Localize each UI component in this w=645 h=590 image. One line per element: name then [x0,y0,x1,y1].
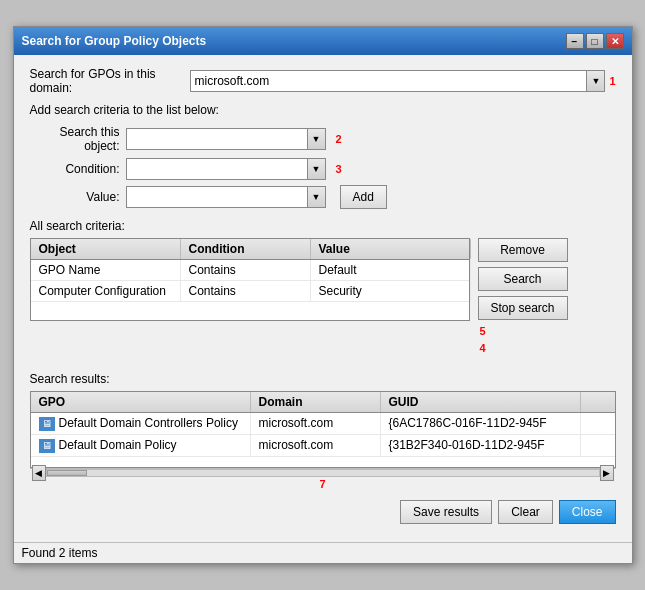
header-value: Value [311,239,471,259]
domain-label: Search for GPOs in this domain: [30,67,190,95]
scroll-left-button[interactable]: ◀ [32,465,46,481]
result-guid-1: {31B2F340-016D-11D2-945F [381,435,581,456]
close-button[interactable]: Close [559,500,616,524]
value-row: Value: ▼ Add [30,185,616,209]
search-results-section: Search results: GPO Domain GUID 🖥Default… [30,372,616,490]
results-empty-space [31,457,615,467]
result-gpo-0: 🖥Default Domain Controllers Policy [31,413,251,434]
gpo-icon-0: 🖥 [39,417,55,431]
dialog-content: Search for GPOs in this domain: microsof… [14,55,632,542]
search-object-label: Search this object: [30,125,120,153]
result-row[interactable]: 🖥Default Domain Policy microsoft.com {31… [31,435,615,457]
bottom-buttons: Save results Clear Close [30,500,616,524]
search-results-label: Search results: [30,372,616,386]
annotation-5: 5 [480,325,568,337]
all-criteria-label: All search criteria: [30,219,616,233]
cell-condition-0: Contains [181,260,311,280]
title-bar-buttons: − □ ✕ [566,33,624,49]
gpo-icon-1: 🖥 [39,439,55,453]
header-object: Object [31,239,181,259]
criteria-section: Search this object: ▼ 2 Condition: ▼ 3 V… [30,125,616,209]
result-guid-0: {6AC1786C-016F-11D2-945F [381,413,581,434]
annotation-7: 7 [30,478,616,490]
status-bar: Found 2 items [14,542,632,563]
results-header: GPO Domain GUID [31,392,615,413]
criteria-buttons: Remove Search Stop search 5 4 [478,238,568,354]
clear-button[interactable]: Clear [498,500,553,524]
table-row[interactable]: Computer Configuration Contains Security [31,281,469,302]
domain-input[interactable]: microsoft.com [191,71,587,91]
stop-search-button[interactable]: Stop search [478,296,568,320]
criteria-table: Object Condition Value GPO Name Contains… [30,238,470,321]
scroll-track[interactable] [46,469,600,477]
condition-arrow[interactable]: ▼ [307,159,325,179]
result-row[interactable]: 🖥Default Domain Controllers Policy micro… [31,413,615,435]
cell-value-1: Security [311,281,471,301]
minimize-button[interactable]: − [566,33,584,49]
annotation-2: 2 [336,133,342,145]
result-domain-1: microsoft.com [251,435,381,456]
window-title: Search for Group Policy Objects [22,34,207,48]
value-dropdown[interactable]: ▼ [126,186,326,208]
status-text: Found 2 items [22,546,98,560]
result-domain-0: microsoft.com [251,413,381,434]
horizontal-scrollbar[interactable]: ◀ ▶ [30,468,616,478]
scroll-thumb[interactable] [47,470,87,476]
annotation-1: 1 [609,75,615,87]
value-arrow[interactable]: ▼ [307,187,325,207]
result-gpo-1: 🖥Default Domain Policy [31,435,251,456]
remove-button[interactable]: Remove [478,238,568,262]
table-empty-space [31,302,469,320]
domain-input-wrap: microsoft.com ▼ [190,70,606,92]
header-condition: Condition [181,239,311,259]
title-bar: Search for Group Policy Objects − □ ✕ [14,27,632,55]
search-button[interactable]: Search [478,267,568,291]
close-title-button[interactable]: ✕ [606,33,624,49]
search-object-row: Search this object: ▼ 2 [30,125,616,153]
condition-dropdown[interactable]: ▼ [126,158,326,180]
scroll-right-button[interactable]: ▶ [600,465,614,481]
main-window: Search for Group Policy Objects − □ ✕ Se… [13,26,633,564]
domain-dropdown-arrow[interactable]: ▼ [586,71,604,91]
cell-condition-1: Contains [181,281,311,301]
cell-object-0: GPO Name [31,260,181,280]
save-results-button[interactable]: Save results [400,500,492,524]
table-row[interactable]: GPO Name Contains Default [31,260,469,281]
cell-object-1: Computer Configuration [31,281,181,301]
header-guid: GUID [381,392,581,412]
condition-label: Condition: [30,162,120,176]
search-object-arrow[interactable]: ▼ [307,129,325,149]
cell-value-0: Default [311,260,471,280]
criteria-area: Object Condition Value GPO Name Contains… [30,238,616,354]
criteria-table-header: Object Condition Value [31,239,469,260]
header-domain: Domain [251,392,381,412]
add-button[interactable]: Add [340,185,387,209]
value-label: Value: [30,190,120,204]
condition-row: Condition: ▼ 3 [30,158,616,180]
spacer [30,364,616,372]
header-gpo: GPO [31,392,251,412]
annotation-3: 3 [336,163,342,175]
domain-row: Search for GPOs in this domain: microsof… [30,67,616,95]
all-criteria-section: All search criteria: Object Condition Va… [30,219,616,354]
add-criteria-label: Add search criteria to the list below: [30,103,616,117]
results-table: GPO Domain GUID 🖥Default Domain Controll… [30,391,616,468]
maximize-button[interactable]: □ [586,33,604,49]
search-object-dropdown[interactable]: ▼ [126,128,326,150]
annotation-4: 4 [480,342,568,354]
